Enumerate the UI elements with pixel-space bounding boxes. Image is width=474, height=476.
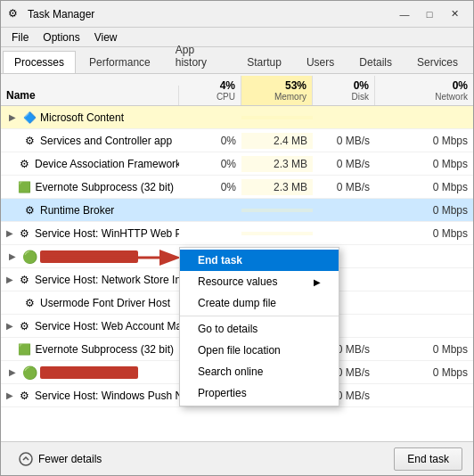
col-header-disk[interactable]: 0% Disk bbox=[313, 76, 375, 105]
row-cpu: 0% bbox=[179, 156, 241, 172]
maximize-button[interactable]: □ bbox=[418, 5, 441, 23]
row-process-name: ▶ 🟢 bbox=[1, 248, 179, 266]
row-memory: 2.4 MB bbox=[241, 133, 313, 149]
process-icon: 🟩 bbox=[18, 180, 32, 194]
row-process-name: ▶ ⚙ Service Host: WinHTTP Web Pr... bbox=[1, 225, 179, 242]
expand-icon[interactable]: ▶ bbox=[6, 111, 19, 124]
row-network bbox=[375, 278, 473, 282]
row-cpu: 0% bbox=[179, 133, 241, 149]
row-disk bbox=[313, 209, 375, 212]
minimize-button[interactable]: — bbox=[393, 5, 416, 23]
col-header-memory[interactable]: 53% Memory bbox=[241, 76, 313, 105]
row-process-name: ▶ ⚙ Service Host: Windows Push No... bbox=[1, 387, 179, 405]
row-process-name: ▶ 🟩 Evernote Subprocess (32 bit) bbox=[1, 341, 179, 358]
ctx-resource-values[interactable]: Resource values ▶ bbox=[180, 271, 339, 292]
row-disk: 0 MB/s bbox=[313, 156, 375, 172]
process-icon: ⚙ bbox=[17, 319, 31, 333]
process-icon: 🟩 bbox=[18, 342, 32, 357]
ctx-properties[interactable]: Properties bbox=[180, 382, 339, 404]
tab-startup[interactable]: Startup bbox=[235, 51, 293, 73]
table-row[interactable]: ▶ 🔷 Microsoft Content bbox=[1, 106, 473, 129]
tab-processes[interactable]: Processes bbox=[3, 51, 76, 73]
process-icon: 🔷 bbox=[22, 111, 37, 125]
menu-bar: File Options View bbox=[1, 28, 473, 47]
process-icon: ⚙ bbox=[17, 389, 31, 403]
row-process-name: ▶ 🟩 Evernote Subprocess (32 bit) bbox=[1, 178, 179, 196]
expand-icon[interactable]: ▶ bbox=[6, 366, 19, 379]
row-cpu bbox=[179, 232, 241, 235]
window-title: Task Manager bbox=[28, 8, 94, 21]
col-header-network[interactable]: 0% Network bbox=[375, 76, 473, 105]
end-task-button[interactable]: End task bbox=[394, 447, 462, 471]
row-network: 0 Mbps bbox=[375, 179, 473, 195]
process-list: ▶ 🔷 Microsoft Content ▶ ⚙ Services and C… bbox=[1, 106, 473, 441]
col-header-name[interactable]: Name bbox=[1, 86, 179, 105]
ctx-create-dump[interactable]: Create dump file bbox=[180, 292, 339, 314]
row-cpu: 0% bbox=[179, 179, 241, 195]
expand-icon[interactable]: ▶ bbox=[6, 250, 19, 263]
tab-users[interactable]: Users bbox=[295, 51, 346, 73]
row-process-name: ▶ ⚙ Runtime Broker bbox=[1, 201, 179, 219]
row-memory bbox=[241, 209, 313, 212]
row-network bbox=[375, 301, 473, 305]
ctx-end-task[interactable]: End task bbox=[180, 250, 339, 271]
submenu-arrow-icon: ▶ bbox=[314, 277, 321, 287]
title-bar-left: ⚙ Task Manager bbox=[8, 7, 94, 21]
row-process-name: ▶ ⚙ Services and Controller app bbox=[1, 132, 179, 150]
process-icon: ⚙ bbox=[17, 157, 31, 171]
tab-services[interactable]: Services bbox=[405, 51, 470, 73]
table-header: Name 4% CPU 53% Memory 0% Disk 0% Networ… bbox=[1, 74, 473, 106]
expand-icon[interactable]: ▶ bbox=[6, 390, 13, 402]
tab-bar: Processes Performance App history Startu… bbox=[1, 47, 473, 74]
row-network: 0 Mbps bbox=[375, 226, 473, 242]
row-process-name: ▶ ⚙ Service Host: Network Store Int... bbox=[1, 271, 179, 289]
table-row[interactable]: ▶ ⚙ Device Association Framework ... 0% … bbox=[1, 152, 473, 176]
expand-icon[interactable]: ▶ bbox=[6, 227, 13, 240]
ctx-search-online[interactable]: Search online bbox=[180, 361, 339, 382]
row-cpu bbox=[179, 209, 241, 212]
row-network bbox=[375, 255, 473, 259]
row-network bbox=[375, 116, 473, 119]
runtime-broker-row[interactable]: ▶ ⚙ Runtime Broker 0 Mbps bbox=[1, 199, 473, 222]
chevron-up-icon bbox=[19, 452, 33, 466]
col-header-cpu[interactable]: 4% CPU bbox=[179, 76, 241, 105]
row-process-name: ▶ ⚙ Device Association Framework ... bbox=[1, 155, 179, 173]
ctx-open-file-location[interactable]: Open file location bbox=[180, 340, 339, 361]
tab-app-history[interactable]: App history bbox=[164, 38, 234, 73]
close-button[interactable]: ✕ bbox=[443, 5, 466, 23]
process-icon: 🟢 bbox=[22, 365, 37, 380]
tab-details[interactable]: Details bbox=[347, 51, 404, 73]
fewer-details-button[interactable]: Fewer details bbox=[12, 448, 109, 470]
expand-icon[interactable]: ▶ bbox=[6, 274, 13, 286]
process-icon: ⚙ bbox=[22, 296, 37, 310]
title-bar-controls: — □ ✕ bbox=[393, 5, 466, 23]
table-row[interactable]: ▶ 🟩 Evernote Subprocess (32 bit) 0% 2.3 … bbox=[1, 176, 473, 199]
row-disk: 0 MB/s bbox=[313, 133, 375, 149]
table-row[interactable]: ▶ ⚙ Services and Controller app 0% 2.4 M… bbox=[1, 129, 473, 152]
svg-point-2 bbox=[20, 453, 32, 465]
expand-icon[interactable]: ▶ bbox=[6, 320, 13, 332]
row-process-name: ▶ ⚙ Usermode Font Driver Host bbox=[1, 294, 179, 312]
context-menu: End task Resource values ▶ Create dump f… bbox=[179, 247, 339, 406]
row-memory: 2.3 MB bbox=[241, 179, 313, 195]
process-icon: ⚙ bbox=[22, 134, 37, 148]
ctx-go-to-details[interactable]: Go to details bbox=[180, 318, 339, 340]
menu-view[interactable]: View bbox=[87, 29, 125, 45]
footer: Fewer details End task bbox=[1, 441, 473, 475]
title-bar: ⚙ Task Manager — □ ✕ bbox=[1, 1, 473, 28]
redacted-content bbox=[40, 250, 138, 263]
row-memory bbox=[241, 232, 313, 235]
table-row[interactable]: ▶ ⚙ Service Host: WinHTTP Web Pr... 0 Mb… bbox=[1, 222, 473, 245]
menu-options[interactable]: Options bbox=[36, 29, 86, 45]
row-process-name: ▶ 🔷 Microsoft Content bbox=[1, 109, 179, 127]
tab-performance[interactable]: Performance bbox=[78, 51, 162, 73]
menu-file[interactable]: File bbox=[4, 29, 36, 45]
row-network bbox=[375, 394, 473, 398]
process-icon: ⚙ bbox=[17, 273, 31, 287]
process-icon: 🟢 bbox=[22, 250, 37, 264]
row-network: 0 Mbps bbox=[375, 341, 473, 357]
row-network: 0 Mbps bbox=[375, 202, 473, 218]
process-icon: ⚙ bbox=[17, 226, 31, 241]
ctx-separator bbox=[180, 316, 339, 316]
row-memory bbox=[241, 116, 313, 119]
